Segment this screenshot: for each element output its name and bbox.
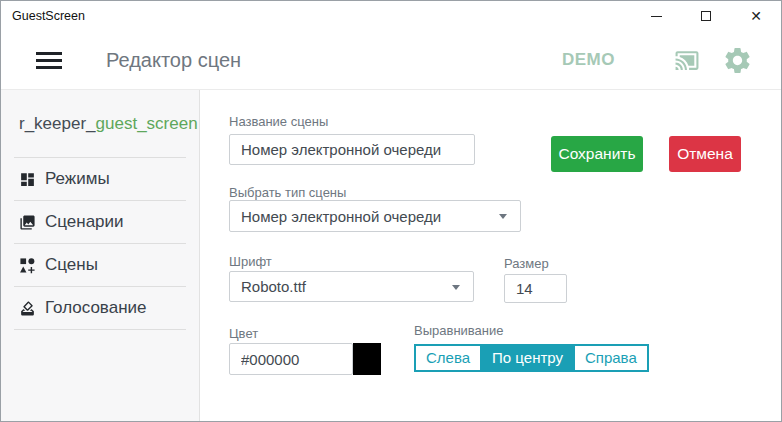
voting-icon <box>19 300 36 317</box>
sidebar-item-modes[interactable]: Режимы <box>14 158 186 201</box>
hamburger-icon <box>36 52 62 55</box>
scene-type-value: Номер электронной очереди <box>241 208 441 225</box>
align-left-button[interactable]: Слева <box>414 344 482 372</box>
chevron-down-icon <box>452 285 460 290</box>
sidebar: r_keeper_guest_screen Режимы Сценарии Сц… <box>1 90 200 421</box>
title-bar: GuestScreen ✕ <box>1 1 781 31</box>
cast-icon <box>672 48 702 73</box>
maximize-button[interactable] <box>681 1 731 31</box>
project-name: r_keeper_guest_screen <box>14 90 186 158</box>
save-button[interactable]: Сохранить <box>551 136 643 172</box>
sidebar-item-scenes[interactable]: Сцены <box>14 244 186 287</box>
scene-editor-form: Название сцены Сохранить Отмена Выбрать … <box>201 90 781 421</box>
scene-type-label: Выбрать тип сцены <box>229 185 346 200</box>
scene-type-select[interactable]: Номер электронной очереди <box>229 200 521 232</box>
maximize-icon <box>701 11 711 21</box>
project-suffix: guest_screen <box>96 114 198 134</box>
color-label: Цвет <box>229 326 258 341</box>
minimize-button[interactable] <box>631 1 681 31</box>
align-center-button[interactable]: По центру <box>480 344 575 372</box>
project-prefix: r_keeper_ <box>19 114 96 134</box>
gear-icon <box>722 45 753 76</box>
size-label: Размер <box>504 256 549 271</box>
font-select[interactable]: Roboto.ttf <box>229 271 474 302</box>
sidebar-item-label: Сцены <box>45 255 98 275</box>
app-window: GuestScreen ✕ Редактор сцен DEMO <box>0 0 782 422</box>
app-header: Редактор сцен DEMO <box>1 31 781 90</box>
modes-icon <box>19 171 36 188</box>
scenes-icon <box>19 257 36 274</box>
color-swatch[interactable] <box>353 343 381 375</box>
scenarios-icon <box>19 214 36 231</box>
close-icon: ✕ <box>750 9 762 23</box>
sidebar-item-label: Режимы <box>45 169 110 189</box>
alignment-toggle-group: Слева По центру Справа <box>414 344 649 372</box>
color-input[interactable] <box>229 343 353 375</box>
alignment-label: Выравнивание <box>414 323 503 338</box>
close-button[interactable]: ✕ <box>731 1 781 31</box>
hamburger-menu-button[interactable] <box>36 52 62 69</box>
settings-button[interactable] <box>722 45 753 76</box>
window-controls: ✕ <box>631 1 781 31</box>
minimize-icon <box>651 16 662 17</box>
font-label: Шрифт <box>229 254 272 269</box>
sidebar-item-label: Голосование <box>45 298 147 318</box>
page-title: Редактор сцен <box>106 31 241 89</box>
sidebar-item-label: Сценарии <box>45 212 124 232</box>
demo-badge: DEMO <box>562 31 615 89</box>
window-title: GuestScreen <box>12 9 85 23</box>
cast-button[interactable] <box>672 48 702 73</box>
sidebar-item-scenarios[interactable]: Сценарии <box>14 201 186 244</box>
font-value: Roboto.ttf <box>241 278 306 295</box>
sidebar-item-voting[interactable]: Голосование <box>14 287 186 330</box>
chevron-down-icon <box>499 214 507 219</box>
align-right-button[interactable]: Справа <box>573 344 649 372</box>
scene-name-input[interactable] <box>229 134 475 165</box>
scene-name-label: Название сцены <box>229 114 328 129</box>
size-input[interactable] <box>504 274 567 303</box>
cancel-button[interactable]: Отмена <box>669 136 741 172</box>
